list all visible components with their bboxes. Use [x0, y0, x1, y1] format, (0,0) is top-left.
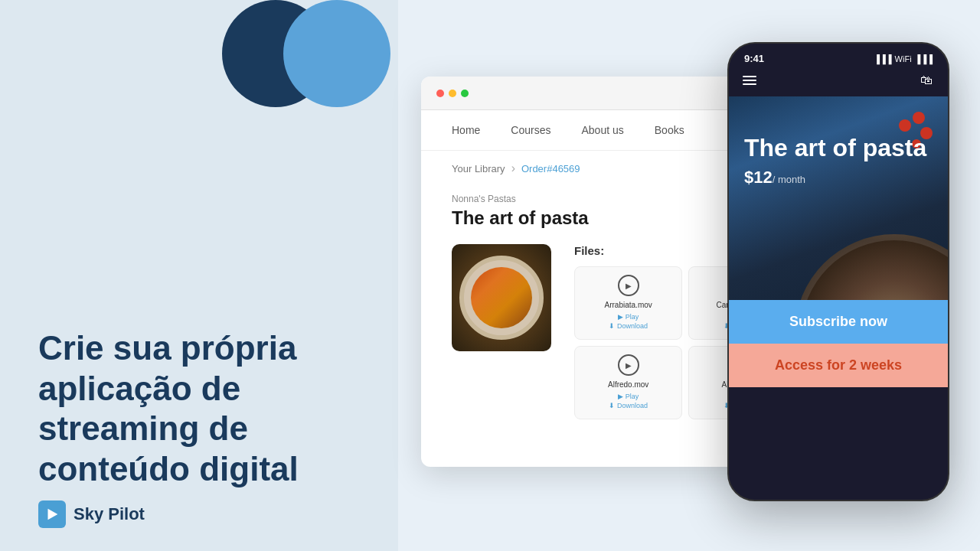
nav-home[interactable]: Home — [452, 124, 480, 136]
brand-logo — [38, 500, 66, 528]
signal-icon: ▐▐▐ — [874, 54, 891, 64]
breadcrumb-home[interactable]: Your Library — [452, 163, 505, 174]
hamburger-line-3 — [743, 83, 756, 85]
tomato-1 — [913, 112, 925, 124]
dot-yellow — [449, 90, 456, 97]
hamburger-icon[interactable] — [743, 76, 756, 85]
phone-mockup: 9:41 ▐▐▐ WiFi ▐▐▐ 🛍 — [727, 42, 949, 501]
file-download-arrabiata[interactable]: ⬇ Download — [583, 322, 674, 330]
product-image — [452, 244, 551, 351]
bag-icon[interactable]: 🛍 — [920, 73, 934, 87]
breadcrumb-separator: › — [511, 161, 515, 175]
decor-circle-blue — [283, 0, 390, 107]
wifi-icon: WiFi — [895, 54, 912, 64]
hero-heading: Crie sua própria aplicação de streaming … — [38, 328, 329, 490]
phone-time: 9:41 — [744, 53, 764, 64]
file-card-arrabiata: ▶ Arrabiata.mov ▶ Play ⬇ Download — [574, 266, 682, 340]
brand-logo-icon — [44, 506, 60, 523]
pasta-plate — [459, 256, 544, 340]
left-panel: Crie sua própria aplicação de streaming … — [0, 0, 398, 551]
subscribe-button[interactable]: Subscribe now — [729, 300, 948, 344]
svg-marker-0 — [48, 509, 58, 520]
phone-hero-text: The art of pasta $12/ month — [744, 135, 926, 187]
phone-hero: The art of pasta $12/ month Subscribe no… — [729, 96, 948, 387]
breadcrumb-current[interactable]: Order#46569 — [521, 163, 580, 174]
pasta-bg — [452, 244, 551, 351]
file-name-arrabiata: Arrabiata.mov — [583, 301, 674, 309]
hamburger-line-2 — [743, 80, 756, 81]
brand-name: Sky Pilot — [74, 504, 145, 524]
status-icons: ▐▐▐ WiFi ▐▐▐ — [874, 54, 933, 64]
phone-hero-title: The art of pasta — [744, 135, 926, 161]
file-name-alfredo: Alfredo.mov — [583, 380, 674, 389]
phone-cta-area: Subscribe now Access for 2 weeks — [729, 300, 948, 387]
phone-price-period: / month — [773, 174, 805, 185]
nav-about[interactable]: About us — [582, 124, 624, 136]
play-icon-arrabiata[interactable]: ▶ — [618, 275, 639, 296]
browser-dots — [436, 90, 469, 97]
access-button[interactable]: Access for 2 weeks — [729, 344, 948, 387]
dot-green — [461, 90, 469, 97]
right-panel: Home Courses About us Books Your Library… — [398, 0, 980, 551]
dot-red — [436, 90, 444, 97]
tomato-3 — [899, 119, 911, 132]
phone-status-bar: 9:41 ▐▐▐ WiFi ▐▐▐ — [729, 44, 948, 70]
phone-header: 🛍 — [729, 70, 948, 96]
play-icon-alfredo[interactable]: ▶ — [618, 354, 639, 376]
battery-icon: ▐▐▐ — [915, 54, 933, 64]
pasta-food — [471, 267, 532, 328]
brand-area: Sky Pilot — [38, 500, 145, 528]
file-play-arrabiata[interactable]: ▶ Play — [583, 313, 674, 321]
nav-courses[interactable]: Courses — [511, 124, 550, 136]
file-card-alfredo: ▶ Alfredo.mov ▶ Play ⬇ Download — [574, 346, 682, 419]
hamburger-line-1 — [743, 76, 756, 77]
file-play-alfredo[interactable]: ▶ Play — [583, 393, 674, 400]
phone-price: $12/ month — [744, 168, 926, 187]
file-download-alfredo[interactable]: ⬇ Download — [583, 402, 674, 409]
nav-books[interactable]: Books — [655, 124, 684, 136]
